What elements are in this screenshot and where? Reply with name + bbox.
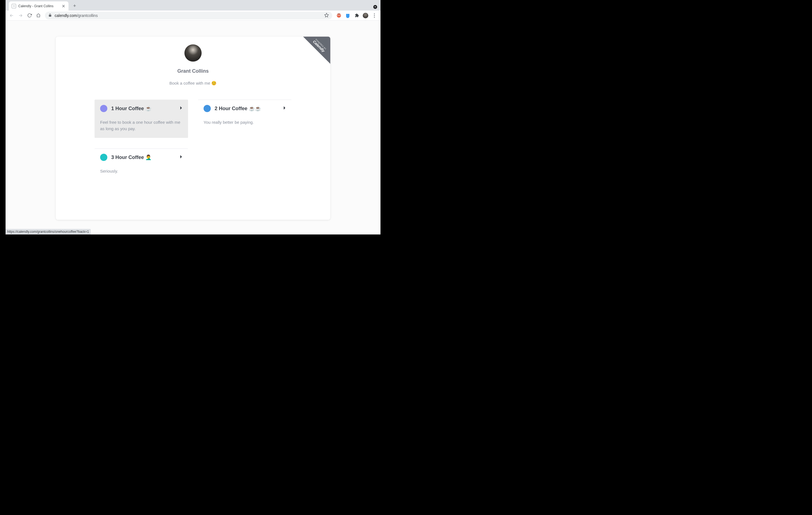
- tab-bar-right: [373, 5, 380, 10]
- profile-header: Grant Collins Book a coffee with me ☺️: [56, 37, 330, 86]
- profile-name: Grant Collins: [56, 68, 330, 74]
- profile-avatar: [184, 45, 202, 62]
- event-header: 2 Hour Coffee ☕☕: [204, 105, 286, 112]
- forward-button[interactable]: [17, 12, 24, 20]
- url-field[interactable]: calendly.com/grantcollins: [45, 12, 332, 20]
- event-title: 2 Hour Coffee ☕☕: [215, 105, 279, 112]
- browser-tab[interactable]: ⎘ Calendly - Grant Collins: [9, 1, 68, 10]
- extension-icon-2[interactable]: [345, 13, 351, 18]
- back-button[interactable]: [8, 12, 16, 20]
- new-tab-button[interactable]: +: [71, 2, 79, 10]
- tab-title: Calendly - Grant Collins: [18, 4, 59, 8]
- event-card[interactable]: 1 Hour Coffee ☕Feel free to book a one h…: [94, 100, 188, 138]
- event-card[interactable]: 3 Hour Coffee 🤦‍♂️Seriously.: [94, 148, 188, 181]
- event-header: 3 Hour Coffee 🤦‍♂️: [100, 154, 182, 161]
- event-grid: 1 Hour Coffee ☕Feel free to book a one h…: [56, 86, 330, 181]
- chevron-right-icon: [283, 106, 286, 111]
- bookmark-star-icon[interactable]: [324, 13, 329, 18]
- browser-status-bar: https://calendly.com/grantcollins/onehou…: [5, 229, 91, 235]
- tabs-dropdown-icon[interactable]: [373, 5, 377, 9]
- url-text: calendly.com/grantcollins: [55, 13, 97, 18]
- extensions-puzzle-icon[interactable]: [354, 13, 359, 18]
- home-button[interactable]: [34, 12, 42, 20]
- chevron-right-icon: [180, 155, 182, 160]
- svg-point-3: [338, 15, 338, 15]
- svg-point-7: [374, 17, 375, 18]
- lock-icon: [48, 13, 52, 18]
- event-color-dot: [204, 105, 211, 112]
- event-description: Seriously.: [100, 168, 182, 174]
- event-description: You really better be paying.: [204, 119, 286, 126]
- reload-button[interactable]: [26, 12, 33, 20]
- event-card[interactable]: 2 Hour Coffee ☕☕You really better be pay…: [198, 100, 291, 138]
- calendly-card: POWERED BY Calendly Grant Collins Book a…: [56, 37, 330, 220]
- event-color-dot: [100, 105, 107, 112]
- tab-bar: ⎘ Calendly - Grant Collins +: [5, 0, 380, 10]
- event-title: 3 Hour Coffee 🤦‍♂️: [111, 154, 176, 160]
- close-tab-button[interactable]: [61, 4, 66, 8]
- event-description: Feel free to book a one hour coffee with…: [100, 119, 182, 132]
- event-header: 1 Hour Coffee ☕: [100, 105, 182, 112]
- address-bar: calendly.com/grantcollins: [5, 10, 380, 21]
- svg-point-6: [374, 15, 375, 16]
- chevron-right-icon: [180, 106, 182, 111]
- kebab-menu-icon[interactable]: [371, 12, 378, 20]
- tab-favicon-icon: ⎘: [12, 4, 16, 8]
- profile-avatar-icon[interactable]: [363, 13, 368, 18]
- svg-point-5: [374, 13, 375, 14]
- event-title: 1 Hour Coffee ☕: [111, 105, 176, 112]
- extension-icon-1[interactable]: [336, 13, 342, 18]
- browser-window: ⎘ Calendly - Grant Collins +: [5, 0, 380, 235]
- event-color-dot: [100, 154, 107, 161]
- profile-bio: Book a coffee with me ☺️: [56, 81, 330, 86]
- svg-point-4: [340, 15, 340, 15]
- page-viewport: POWERED BY Calendly Grant Collins Book a…: [5, 21, 380, 235]
